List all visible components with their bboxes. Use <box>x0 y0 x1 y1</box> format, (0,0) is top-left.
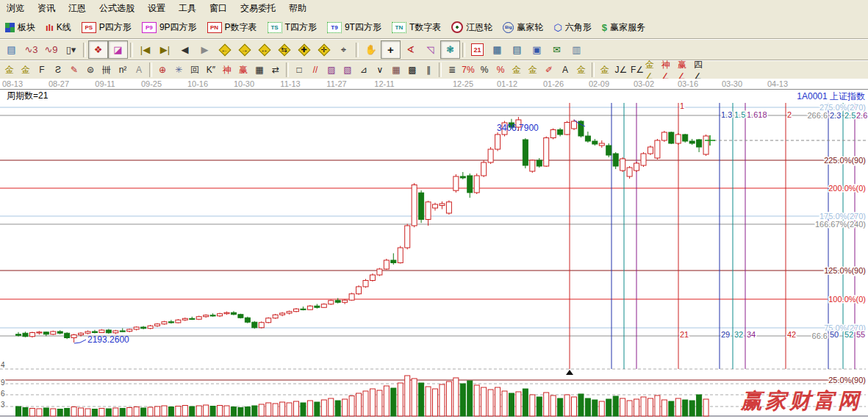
shortcut-gann-wheel[interactable]: 江恩轮 <box>446 20 498 35</box>
gold-circle-icon[interactable]: 金 <box>509 62 525 77</box>
j-angle-icon[interactable]: J∠ <box>613 62 629 77</box>
computer-icon[interactable]: ▥ <box>567 40 587 59</box>
full-cross-icon[interactable]: ✛ <box>314 40 334 59</box>
shortcut-kline[interactable]: ılıK线 <box>40 20 76 35</box>
price-ladder-icon[interactable]: ≣ <box>444 62 460 77</box>
square-grid-icon[interactable]: 回 <box>187 62 203 77</box>
shortcut-winner-service[interactable]: $赢家服务 <box>597 20 650 35</box>
fan-lines-icon[interactable]: // <box>307 62 323 77</box>
skip-last-icon[interactable]: ▶| <box>155 40 175 59</box>
shortcut-p-square[interactable]: PSP四方形 <box>76 20 137 35</box>
shortcut-9t-square[interactable]: T99T四方形 <box>322 20 387 35</box>
menu-item-window[interactable]: 窗口 <box>203 0 234 17</box>
box-tool-icon[interactable]: □ <box>291 62 307 77</box>
wave-3-icon[interactable]: ∿3 <box>21 40 41 59</box>
mail-icon[interactable]: ✉ <box>547 40 567 59</box>
kline-style-icon[interactable]: ▯▾ <box>61 40 81 59</box>
calculator-icon[interactable]: ▦ <box>487 40 507 59</box>
kline-chart-canvas[interactable]: 275.0%(270)266.6225.0%(90)200.0%(0)175.0… <box>0 90 868 419</box>
next-icon[interactable]: ▶ <box>195 40 215 59</box>
app-window: 浏览资讯江恩公式选股设置工具窗口交易委托帮助 板块ılıK线PSP四方形P99P… <box>0 0 868 419</box>
grid-arrow-icon[interactable]: ▩ <box>404 62 420 77</box>
t-number-table-label: T数字表 <box>409 21 441 34</box>
shortcut-p-number-table[interactable]: PNP数字表 <box>202 20 262 35</box>
svg-text:4: 4 <box>1 361 5 369</box>
sector-blocks-icon <box>5 23 15 32</box>
gold-angle-icon[interactable]: 金∠ <box>645 62 661 77</box>
shrink-left-icon[interactable]: ← <box>215 40 234 59</box>
gold-grid-icon[interactable]: 金 <box>1 62 18 77</box>
shortcut-winner-wheel[interactable]: Big赢家轮 <box>498 20 548 35</box>
skip-first-icon[interactable]: |◀ <box>135 40 155 59</box>
n-square-icon[interactable]: n² <box>115 62 131 77</box>
si-angle-icon[interactable]: 四∠ <box>694 62 710 77</box>
spiral-icon[interactable]: Ƨ <box>50 62 66 77</box>
gold-lines-icon[interactable]: 金 <box>525 62 541 77</box>
indicator-panel-icon[interactable]: ◪ <box>108 40 128 59</box>
menu-item-gann[interactable]: 江恩 <box>62 0 93 17</box>
menu-item-tools[interactable]: 工具 <box>172 0 203 17</box>
tally-icon[interactable]: 卌 <box>98 62 115 77</box>
a-wave-icon[interactable]: A <box>557 62 573 77</box>
ying-tool-icon[interactable]: 赢 <box>235 62 251 77</box>
parallel-lines-icon[interactable]: ∥ <box>420 62 437 77</box>
menu-item-news[interactable]: 资讯 <box>31 0 62 17</box>
chart-area[interactable]: 275.0%(270)266.6225.0%(90)200.0%(0)175.0… <box>0 90 868 419</box>
ying-angle-icon[interactable]: 赢∠ <box>678 62 694 77</box>
calendar-21-icon[interactable]: 21 <box>467 40 487 59</box>
shortcut-t-number-table[interactable]: TNT数字表 <box>387 20 446 35</box>
pan-hand-icon[interactable]: ✋ <box>361 40 381 59</box>
f-tool-icon[interactable]: F <box>34 62 50 77</box>
menu-item-browse[interactable]: 浏览 <box>0 0 31 17</box>
zigzag-icon[interactable]: ∨ <box>372 62 388 77</box>
shortcut-hexagon[interactable]: ⬡六角形 <box>548 20 596 35</box>
arc-icon[interactable]: A <box>131 62 147 77</box>
gann-fan-icon[interactable]: ◹ <box>420 40 440 59</box>
bar-pencil-icon[interactable]: ✐ <box>541 62 557 77</box>
gann-box-icon[interactable]: ▨ <box>323 62 340 77</box>
k-mark-icon[interactable]: K″ <box>203 62 219 77</box>
star-grid-icon[interactable]: ✳ <box>171 62 187 77</box>
angle-lines-icon[interactable]: ⊿ <box>356 62 372 77</box>
arrow-glyph: ↔ <box>258 44 270 55</box>
percent-icon[interactable]: % <box>476 62 492 77</box>
shen-tool-icon[interactable]: 神 <box>219 62 235 77</box>
menu-item-settings[interactable]: 设置 <box>141 0 172 17</box>
span-arrows-icon[interactable]: ⇄ <box>268 62 284 77</box>
number-grid-icon[interactable]: ▦ <box>251 62 268 77</box>
neural-icon[interactable]: ❃ <box>440 40 460 59</box>
expand-cross-icon[interactable]: ✚ <box>294 40 314 59</box>
pattern-tool-icon[interactable]: ❖ <box>88 40 108 59</box>
prev-icon[interactable]: ◀ <box>175 40 195 59</box>
crosshair-icon[interactable]: + <box>381 40 401 59</box>
shrink-right-icon[interactable]: → <box>234 40 254 59</box>
circle-ruler-icon[interactable]: ⊜ <box>82 62 98 77</box>
percent-line-icon[interactable]: % <box>492 62 509 77</box>
f-angle-icon[interactable]: F∠ <box>629 62 645 77</box>
svg-text:50: 50 <box>830 330 839 339</box>
gold-wave-icon[interactable]: 金 <box>573 62 589 77</box>
save-icon[interactable]: ▣ <box>527 40 547 59</box>
shortcut-sector-blocks[interactable]: 板块 <box>0 20 40 35</box>
svg-text:42: 42 <box>787 330 796 339</box>
gann-grid-icon[interactable]: ▧ <box>340 62 356 77</box>
wave-9-icon[interactable]: ∿9 <box>41 40 61 59</box>
menu-item-trade-order[interactable]: 交易委托 <box>234 0 282 17</box>
gold-underline-icon[interactable]: 金 <box>597 62 613 77</box>
shen-angle-icon[interactable]: 神∠ <box>661 62 678 77</box>
shortcut-9p-square[interactable]: P99P四方形 <box>137 20 202 35</box>
angle-measure-icon[interactable]: ∢ <box>401 40 420 59</box>
percent-retrace-icon[interactable]: 7% <box>460 62 476 77</box>
target-circle-icon[interactable]: ⊕ <box>154 62 171 77</box>
shortcut-t-square[interactable]: TST四方形 <box>262 20 322 35</box>
brush-icon[interactable]: ✎ <box>66 62 82 77</box>
menu-item-formula-stock-pick[interactable]: 公式选股 <box>93 0 141 17</box>
notes-icon[interactable]: ▤ <box>507 40 527 59</box>
grid-dots-icon[interactable]: ▦ <box>388 62 404 77</box>
quote-list-icon[interactable]: ▤ <box>1 40 21 59</box>
compress-time-icon[interactable]: ⇆ <box>274 40 294 59</box>
pin-icon[interactable]: ⌖ <box>334 40 354 59</box>
menu-item-help[interactable]: 帮助 <box>282 0 313 17</box>
gold-grid2-icon[interactable]: 金 <box>18 62 34 77</box>
zoom-horizontal-icon[interactable]: ↔ <box>254 40 274 59</box>
